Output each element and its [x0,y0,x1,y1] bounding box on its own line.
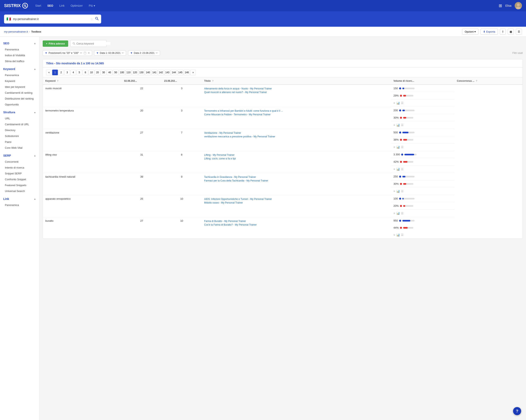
help-button[interactable]: ? [513,407,521,415]
page-prev[interactable]: « [46,70,52,75]
sidebar-item-confronto-snippet[interactable]: Confronto Snippet [0,176,39,182]
rows-action-icon[interactable]: ☰ [401,190,404,193]
page-1[interactable]: 1 [52,70,58,75]
rows-action-icon[interactable]: ☰ [401,167,404,171]
page-140[interactable]: 140 [145,70,151,75]
nav-piu[interactable]: Più ▾ [86,2,98,9]
title-link[interactable]: ventilazione meccanica a pressione posit… [204,135,275,138]
sidebar-item-cambiamenti-ranking[interactable]: Cambiamenti di ranking [0,90,39,96]
list-action-icon[interactable]: ≡ [394,212,395,215]
title-link[interactable]: Come Misurare la Febbre - Termometro - M… [204,113,271,116]
sidebar-header-struttura[interactable]: Struttura ▲ [0,109,39,115]
sidebar-item-idee-keyword[interactable]: Idee per keyword [0,84,39,90]
rows-action-icon[interactable]: ☰ [401,233,404,236]
sidebar-item-opportunita[interactable]: Opportunità [0,102,39,107]
chart-action-icon[interactable]: 📊 [396,145,400,149]
page-next[interactable]: » [190,70,196,75]
title-link[interactable]: Farmaci per la Cura della Tachicardia - … [204,179,268,182]
sidebar-item-directory[interactable]: Directory [0,127,39,133]
sidebar-header-link[interactable]: Link ▲ [0,196,39,202]
sidebar-item-traffico[interactable]: Stima del traffico [0,58,39,64]
sidebar-item-paesi[interactable]: Paesi [0,139,39,145]
search-input[interactable] [13,17,88,21]
page-142[interactable]: 142 [158,70,164,75]
search-button[interactable] [95,17,99,21]
title-link[interactable]: Termometro a Infrarossi per Bambini e Ad… [204,109,283,112]
favorite-icon[interactable]: ☆ [90,17,93,21]
remove-filter-icon-1[interactable]: ✕ [88,51,90,54]
sidebar-item-intento[interactable]: Intento di ricerca [0,165,39,171]
sidebar-item-featured-snippets[interactable]: Featured Snippets [0,182,39,188]
page-40[interactable]: 40 [107,70,112,75]
page-6[interactable]: 6 [82,70,88,75]
apps-icon[interactable]: ⊞ [499,3,502,8]
list-action-icon[interactable]: ≡ [394,190,395,193]
title-help-icon[interactable]: ? [212,80,214,82]
list-action-icon[interactable]: ≡ [394,101,395,105]
avatar[interactable] [515,2,522,9]
page-30[interactable]: 30 [101,70,106,75]
sidebar-item-core-web-vital[interactable]: Core Web Vital [0,145,39,151]
page-2[interactable]: 2 [58,70,64,75]
title-link[interactable]: Tachicardia in Gravidanza - My Personal … [204,176,256,178]
list-action-icon[interactable]: ≡ [394,167,395,171]
rows-action-icon[interactable]: ☰ [401,101,404,105]
sidebar-item-panoramica-link[interactable]: Panoramica [0,202,39,208]
edit-filter-icon-3[interactable]: ✏ [156,51,158,54]
sidebar-header-seo[interactable]: SEO ▲ [0,40,39,47]
chart-action-icon[interactable]: 📊 [396,212,400,215]
rows-action-icon[interactable]: ☰ [401,212,404,215]
chart-action-icon[interactable]: 📊 [396,167,400,171]
sidebar-item-snippet-serp[interactable]: Snippet SERP [0,171,39,176]
page-146[interactable]: 146 [184,70,190,75]
sidebar-item-sottodomini[interactable]: Sottodomini [0,133,39,139]
export-button[interactable]: ⬇ Esporta [480,29,498,35]
list-view-button[interactable]: ☰ [516,29,522,35]
page-3[interactable]: 3 [64,70,70,75]
sidebar-item-visibilita[interactable]: Indice di Visibilità [0,52,39,58]
page-141[interactable]: 141 [151,70,157,75]
chart-action-icon[interactable]: 📊 [396,123,400,127]
title-link[interactable]: AIDS: Infezioni Opportunistiche e Tumori… [204,198,272,201]
nav-link[interactable]: Link [57,2,67,9]
list-action-icon[interactable]: ≡ [394,145,395,149]
page-143[interactable]: 143 [164,70,170,75]
sidebar-item-distribuzione[interactable]: Distribuzione del ranking [0,96,39,102]
sidebar-item-panoramica-seo[interactable]: Panoramica [0,47,39,52]
title-link[interactable]: Lifting: cos'è, come si fa e tipi [204,157,236,160]
page-10[interactable]: 10 [89,70,94,75]
sidebar-item-concorrenti[interactable]: Concorrenti [0,159,39,165]
rows-action-icon[interactable]: ☰ [401,123,404,127]
title-link[interactable]: Ventilazione - My Personal Trainer [204,132,241,134]
page-20[interactable]: 20 [95,70,100,75]
edit-filter-icon-2[interactable]: ✏ [122,51,124,54]
logo[interactable]: SISTRIX [4,3,28,9]
page-100[interactable]: 100 [119,70,125,75]
sidebar-header-serp[interactable]: SERP ▲ [0,152,39,159]
add-filter-button[interactable]: + Filtra adesso [43,41,68,47]
page-110[interactable]: 110 [125,70,132,75]
page-50[interactable]: 50 [113,70,119,75]
list-action-icon[interactable]: ≡ [394,233,395,236]
page-130[interactable]: 130 [138,70,144,75]
sidebar-item-url[interactable]: URL [0,115,39,121]
title-link[interactable]: Quali muscoli si allenano nel nuoto? - M… [204,91,267,94]
sidebar-item-panoramica-kw[interactable]: Panoramica [0,72,39,78]
keyword-help-icon[interactable]: ? [57,80,59,82]
breadcrumb-root[interactable]: my-personaltrainer.it [4,30,28,33]
sidebar-item-universal-search[interactable]: Universal Search [0,188,39,194]
title-link[interactable]: Allenamento della forza in acqua - Nuoto… [204,87,272,90]
keyword-search-input[interactable] [76,42,111,45]
nav-start[interactable]: Start [33,2,44,9]
grid-view-button[interactable]: ▦ [508,29,514,35]
page-145[interactable]: 145 [177,70,183,75]
sidebar-header-keyword[interactable]: Keyword ▲ [0,66,39,72]
options-button[interactable]: Opzioni ▾ [462,29,478,35]
page-144[interactable]: 144 [171,70,177,75]
title-link[interactable]: Cos'è la Farina di Buratto? - My Persona… [204,223,257,226]
conc-help-icon[interactable]: ? [476,80,477,82]
page-5[interactable]: 5 [76,70,82,75]
nav-seo[interactable]: SEO [45,2,56,9]
edit-filter-icon-1[interactable]: ✏ [80,51,82,54]
sidebar-item-keyword[interactable]: Keyword [0,78,39,84]
